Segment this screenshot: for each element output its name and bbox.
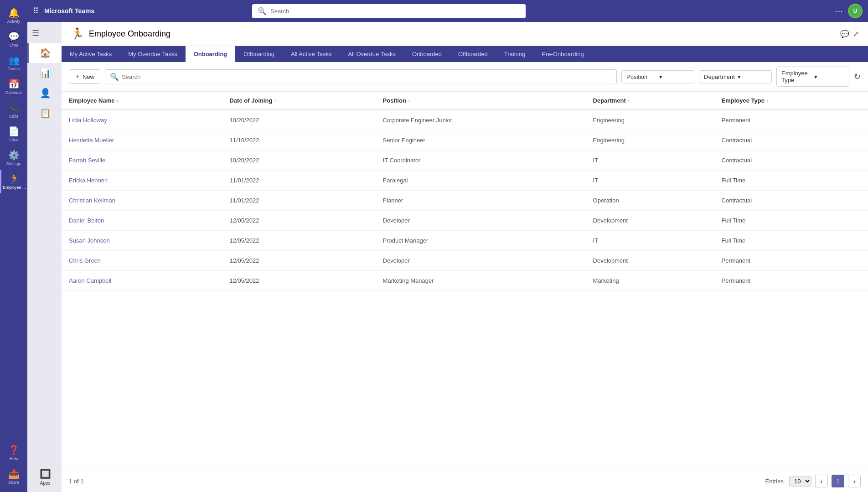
- global-search-input[interactable]: [270, 8, 520, 15]
- app-content: 🏃 Employee Onboarding 💬 ⤢ My Active Task…: [62, 22, 868, 492]
- col-name-label: Employee Name: [69, 97, 114, 104]
- col-doj-sort-icon: ↑: [274, 98, 276, 104]
- table-row: Daniel Belton 12/05/2022 Developer Devel…: [62, 211, 868, 231]
- help-icon: ❓: [8, 445, 20, 456]
- col-department[interactable]: Department ↑: [586, 92, 714, 110]
- position-filter-label: Position: [626, 73, 656, 80]
- sidebar-item-calendar[interactable]: 📅 Calendar: [0, 75, 27, 98]
- date-of-joining-cell: 12/05/2022: [222, 211, 375, 231]
- col-employee-type[interactable]: Employee Type ↑: [714, 92, 868, 110]
- refresh-button[interactable]: ↻: [854, 72, 861, 82]
- employee-icon: 🏃: [9, 173, 20, 184]
- date-of-joining-cell: 10/20/2022: [222, 110, 375, 130]
- sidebar-item-settings[interactable]: ⚙️ Settings: [0, 146, 27, 170]
- employee-name-cell[interactable]: Farrah Seville: [62, 150, 222, 171]
- pagination: Entries 10 25 50 ‹ 1 ›: [765, 475, 861, 487]
- employee-name-cell[interactable]: Aaron Campbell: [62, 271, 222, 291]
- filter-search-input[interactable]: [122, 73, 612, 80]
- sidebar-item-share[interactable]: 📤 Share: [0, 465, 27, 488]
- department-cell: Marketing: [586, 271, 714, 291]
- chat-icon: 💬: [8, 31, 20, 42]
- prev-page-btn[interactable]: ‹: [815, 475, 828, 487]
- activity-label: Activity: [7, 19, 21, 24]
- col-pos-sort-icon: ↑: [408, 98, 410, 104]
- teams-icon: 👥: [8, 55, 20, 66]
- sidebar-item-chat[interactable]: 💬 Chat: [0, 27, 27, 51]
- entries-per-page-select[interactable]: 10 25 50: [789, 476, 811, 487]
- topbar: ⠿ Microsoft Teams 🔍 ··· U: [27, 0, 868, 22]
- position-filter[interactable]: Position ▾: [621, 70, 694, 83]
- employee-type-filter[interactable]: Employee Type ▾: [776, 67, 849, 87]
- tab-my-overdue-tasks[interactable]: My Overdue Tasks: [120, 46, 185, 62]
- teams-sidebar-people[interactable]: 👤: [27, 83, 62, 103]
- user-avatar[interactable]: U: [848, 4, 863, 18]
- col-employee-name[interactable]: Employee Name ↑: [62, 92, 222, 110]
- employee-type-cell: Permanent: [714, 271, 868, 291]
- employee-name-cell[interactable]: Christian Kellman: [62, 191, 222, 211]
- tab-my-active-tasks[interactable]: My Active Tasks: [62, 46, 120, 62]
- employee-table-container: Employee Name ↑ Date of Joining ↑ Positi…: [62, 92, 868, 470]
- department-filter[interactable]: Department ▾: [699, 70, 772, 83]
- new-button[interactable]: ＋ New: [69, 69, 100, 84]
- apps-label: Apps: [40, 481, 51, 486]
- tab-onboarding[interactable]: Onboarding: [186, 46, 236, 62]
- expand-header-btn[interactable]: ⤢: [853, 30, 859, 38]
- teams-sidebar-home[interactable]: 🏠: [27, 43, 62, 63]
- teams-sidebar-analytics[interactable]: 📊: [27, 63, 62, 83]
- home-icon: 🏠: [40, 47, 51, 58]
- position-cell: IT Coordinator: [376, 150, 586, 171]
- teams-sidebar-apps[interactable]: 🔲 Apps: [27, 464, 62, 490]
- more-options-icon[interactable]: ···: [836, 6, 842, 16]
- calls-label: Calls: [9, 114, 18, 119]
- employee-name-cell[interactable]: Ericka Hennen: [62, 171, 222, 191]
- sidebar-item-employee[interactable]: 🏃 Employee ...: [0, 170, 27, 193]
- new-label: New: [83, 73, 94, 80]
- col-position[interactable]: Position ↑: [376, 92, 586, 110]
- filter-search-box[interactable]: 🔍: [105, 69, 617, 84]
- sidebar-item-teams[interactable]: 👥 Teams: [0, 51, 27, 75]
- tab-training[interactable]: Training: [496, 46, 533, 62]
- global-search-box[interactable]: 🔍: [252, 4, 526, 18]
- toolbar: ＋ New 🔍 Position ▾ Department ▾ Employee…: [62, 62, 868, 92]
- share-icon: 📤: [8, 468, 20, 479]
- table-footer: 1 of 1 Entries 10 25 50 ‹ 1 ›: [62, 470, 868, 492]
- employee-name-cell[interactable]: Henrietta Mueller: [62, 130, 222, 150]
- page-1-btn[interactable]: 1: [832, 475, 844, 487]
- waffle-icon[interactable]: ⠿: [33, 6, 39, 16]
- employee-name-cell[interactable]: Chris Green: [62, 251, 222, 271]
- tab-pre-onboarding[interactable]: Pre-Onboarding: [533, 46, 592, 62]
- tab-onboarded[interactable]: Onboarded: [404, 46, 450, 62]
- col-date-of-joining[interactable]: Date of Joining ↑: [222, 92, 375, 110]
- table-row: Christian Kellman 11/01/2022 Planner Ope…: [62, 191, 868, 211]
- employee-type-cell: Full Time: [714, 211, 868, 231]
- plus-icon: ＋: [75, 73, 81, 81]
- department-cell: Development: [586, 211, 714, 231]
- position-cell: Planner: [376, 191, 586, 211]
- employee-name-cell[interactable]: Susan Johnson: [62, 231, 222, 251]
- entries-label: Entries: [765, 478, 784, 485]
- position-cell: Marketing Manager: [376, 271, 586, 291]
- calendar-label: Calendar: [5, 90, 22, 95]
- apps-icon: 🔲: [40, 468, 51, 479]
- tab-all-active-tasks[interactable]: All Active Tasks: [283, 46, 340, 62]
- position-cell: Paralegal: [376, 171, 586, 191]
- sidebar-item-help[interactable]: ❓ Help: [0, 441, 27, 465]
- files-label: Files: [9, 138, 18, 142]
- next-page-btn[interactable]: ›: [848, 475, 861, 487]
- tab-offboarded[interactable]: Offboarded: [450, 46, 496, 62]
- tab-offboarding[interactable]: Offboarding: [235, 46, 283, 62]
- hamburger-menu[interactable]: ☰: [27, 24, 62, 43]
- share-label: Share: [8, 480, 19, 485]
- table-row: Susan Johnson 12/05/2022 Product Manager…: [62, 231, 868, 251]
- table-row: Chris Green 12/05/2022 Developer Develop…: [62, 251, 868, 271]
- header-actions: 💬 ⤢: [840, 30, 859, 38]
- employee-name-cell[interactable]: Lidia Holloway: [62, 110, 222, 130]
- sidebar-item-calls[interactable]: 📞 Calls: [0, 98, 27, 122]
- tab-all-overdue-tasks[interactable]: All Overdue Tasks: [340, 46, 404, 62]
- employee-name-cell[interactable]: Daniel Belton: [62, 211, 222, 231]
- sidebar-item-files[interactable]: 📄 Files: [0, 122, 27, 146]
- teams-sidebar-document[interactable]: 📋: [27, 103, 62, 123]
- department-filter-label: Department: [704, 73, 735, 80]
- chat-header-btn[interactable]: 💬: [840, 30, 849, 38]
- sidebar-item-activity[interactable]: 🔔 Activity: [0, 4, 27, 27]
